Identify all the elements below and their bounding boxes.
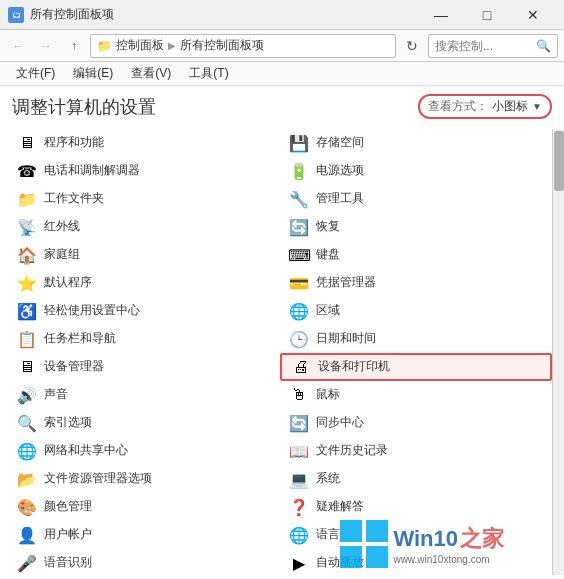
grid-item-5[interactable]: 🔧管理工具 xyxy=(280,185,552,213)
item-label-7: 恢复 xyxy=(316,219,340,235)
back-button[interactable]: ← xyxy=(6,34,30,58)
item-label-16: 设备管理器 xyxy=(44,359,104,375)
item-icon-16: 🖥 xyxy=(16,356,38,378)
item-label-24: 文件资源管理器选项 xyxy=(44,471,152,487)
scrollbar[interactable] xyxy=(552,129,564,575)
items-grid: 🖥程序和功能💾存储空间☎电话和调制解调器🔋电源选项📁工作文件夹🔧管理工具📡红外线… xyxy=(8,129,552,575)
items-container: 🖥程序和功能💾存储空间☎电话和调制解调器🔋电源选项📁工作文件夹🔧管理工具📡红外线… xyxy=(0,125,564,579)
svg-rect-0 xyxy=(340,520,362,542)
grid-item-17[interactable]: 🖨设备和打印机 xyxy=(280,353,552,381)
grid-item-16[interactable]: 🖥设备管理器 xyxy=(8,353,280,381)
breadcrumb-bar[interactable]: 📁 控制面板 ▶ 所有控制面板项 xyxy=(90,34,396,58)
forward-button[interactable]: → xyxy=(34,34,58,58)
item-icon-15: 🕒 xyxy=(288,328,310,350)
item-label-3: 电源选项 xyxy=(316,163,364,179)
watermark-main: Win10 xyxy=(393,526,458,552)
item-icon-24: 📂 xyxy=(16,468,38,490)
grid-item-0[interactable]: 🖥程序和功能 xyxy=(8,129,280,157)
item-icon-13: 🌐 xyxy=(288,300,310,322)
grid-item-23[interactable]: 📖文件历史记录 xyxy=(280,437,552,465)
grid-item-24[interactable]: 📂文件资源管理器选项 xyxy=(8,465,280,493)
scrollbar-thumb[interactable] xyxy=(554,131,564,191)
grid-item-20[interactable]: 🔍索引选项 xyxy=(8,409,280,437)
item-label-22: 网络和共享中心 xyxy=(44,443,128,459)
window-title: 所有控制面板项 xyxy=(30,6,114,23)
grid-item-25[interactable]: 💻系统 xyxy=(280,465,552,493)
grid-item-27[interactable]: ❓疑难解答 xyxy=(280,493,552,521)
grid-item-18[interactable]: 🔊声音 xyxy=(8,381,280,409)
grid-item-14[interactable]: 📋任务栏和导航 xyxy=(8,325,280,353)
item-icon-1: 💾 xyxy=(288,132,310,154)
item-icon-8: 🏠 xyxy=(16,244,38,266)
menu-file[interactable]: 文件(F) xyxy=(8,63,63,84)
grid-item-9[interactable]: ⌨键盘 xyxy=(280,241,552,269)
minimize-button[interactable]: — xyxy=(418,0,464,30)
grid-item-22[interactable]: 🌐网络和共享中心 xyxy=(8,437,280,465)
item-label-12: 轻松使用设置中心 xyxy=(44,303,140,319)
menu-view[interactable]: 查看(V) xyxy=(123,63,179,84)
item-icon-29: 🌐 xyxy=(288,524,310,546)
grid-item-7[interactable]: 🔄恢复 xyxy=(280,213,552,241)
item-label-9: 键盘 xyxy=(316,247,340,263)
item-label-15: 日期和时间 xyxy=(316,331,376,347)
menu-tools[interactable]: 工具(T) xyxy=(181,63,236,84)
item-icon-21: 🔄 xyxy=(288,412,310,434)
item-label-13: 区域 xyxy=(316,303,340,319)
item-label-8: 家庭组 xyxy=(44,247,80,263)
grid-item-8[interactable]: 🏠家庭组 xyxy=(8,241,280,269)
item-icon-4: 📁 xyxy=(16,188,38,210)
item-label-2: 电话和调制解调器 xyxy=(44,163,140,179)
grid-item-1[interactable]: 💾存储空间 xyxy=(280,129,552,157)
item-label-29: 语言 xyxy=(316,527,340,543)
close-button[interactable]: ✕ xyxy=(510,0,556,30)
item-label-6: 红外线 xyxy=(44,219,80,235)
search-box: 🔍 xyxy=(428,34,558,58)
item-icon-2: ☎ xyxy=(16,160,38,182)
grid-item-19[interactable]: 🖱鼠标 xyxy=(280,381,552,409)
search-icon[interactable]: 🔍 xyxy=(536,39,551,53)
item-icon-18: 🔊 xyxy=(16,384,38,406)
grid-item-3[interactable]: 🔋电源选项 xyxy=(280,157,552,185)
item-icon-11: 💳 xyxy=(288,272,310,294)
breadcrumb-1[interactable]: 控制面板 xyxy=(116,37,164,54)
maximize-button[interactable]: □ xyxy=(464,0,510,30)
grid-item-28[interactable]: 👤用户帐户 xyxy=(8,521,280,549)
grid-item-26[interactable]: 🎨颜色管理 xyxy=(8,493,280,521)
menu-edit[interactable]: 编辑(E) xyxy=(65,63,121,84)
refresh-button[interactable]: ↻ xyxy=(400,34,424,58)
item-label-10: 默认程序 xyxy=(44,275,92,291)
search-input[interactable] xyxy=(435,39,532,53)
grid-item-4[interactable]: 📁工作文件夹 xyxy=(8,185,280,213)
item-label-18: 声音 xyxy=(44,387,68,403)
grid-item-21[interactable]: 🔄同步中心 xyxy=(280,409,552,437)
watermark-url: www.win10xtong.com xyxy=(393,554,504,565)
grid-item-13[interactable]: 🌐区域 xyxy=(280,297,552,325)
grid-item-12[interactable]: ♿轻松使用设置中心 xyxy=(8,297,280,325)
svg-rect-1 xyxy=(366,520,388,542)
item-icon-14: 📋 xyxy=(16,328,38,350)
breadcrumb-2[interactable]: 所有控制面板项 xyxy=(180,37,264,54)
item-label-1: 存储空间 xyxy=(316,135,364,151)
item-label-23: 文件历史记录 xyxy=(316,443,388,459)
grid-item-6[interactable]: 📡红外线 xyxy=(8,213,280,241)
item-label-19: 鼠标 xyxy=(316,387,340,403)
item-icon-9: ⌨ xyxy=(288,244,310,266)
up-button[interactable]: ↑ xyxy=(62,34,86,58)
item-icon-20: 🔍 xyxy=(16,412,38,434)
win10-logo-icon xyxy=(339,519,389,569)
grid-item-2[interactable]: ☎电话和调制解调器 xyxy=(8,157,280,185)
view-selector[interactable]: 查看方式： 小图标 ▼ xyxy=(418,94,552,119)
breadcrumb-icon: 📁 xyxy=(97,39,112,53)
item-icon-31: ▶ xyxy=(288,552,310,574)
item-icon-25: 💻 xyxy=(288,468,310,490)
grid-item-11[interactable]: 💳凭据管理器 xyxy=(280,269,552,297)
item-label-0: 程序和功能 xyxy=(44,135,104,151)
title-bar: 🗂 所有控制面板项 — □ ✕ xyxy=(0,0,564,30)
grid-item-30[interactable]: 🎤语音识别 xyxy=(8,549,280,577)
grid-item-10[interactable]: ⭐默认程序 xyxy=(8,269,280,297)
item-icon-3: 🔋 xyxy=(288,160,310,182)
grid-item-15[interactable]: 🕒日期和时间 xyxy=(280,325,552,353)
address-bar: ← → ↑ 📁 控制面板 ▶ 所有控制面板项 ↻ 🔍 xyxy=(0,30,564,62)
svg-rect-3 xyxy=(366,546,388,568)
item-icon-22: 🌐 xyxy=(16,440,38,462)
